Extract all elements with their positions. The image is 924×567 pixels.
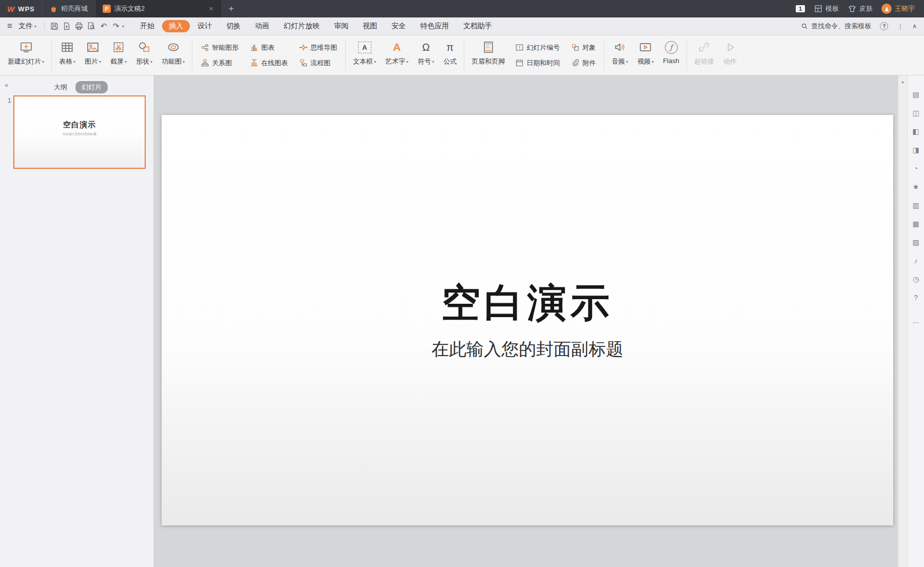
slide-title-placeholder[interactable]: 空白演示	[162, 277, 893, 330]
insert-table-button[interactable]: 表格▾	[54, 35, 80, 75]
panel-layout-icon[interactable]: ◫	[912, 109, 919, 117]
text-box-button[interactable]: A 文本框▾	[348, 35, 381, 75]
collapse-ribbon-icon[interactable]: ∧	[912, 23, 917, 30]
mindmap-column: 思维导图 流程图	[293, 35, 343, 75]
panel-image-icon[interactable]: ▧	[912, 239, 919, 246]
formula-button[interactable]: π 公式	[439, 35, 461, 75]
menu-tab-animation[interactable]: 动画	[248, 19, 276, 33]
panel-audio-icon[interactable]: ♪	[914, 257, 918, 265]
ribbon-separator	[604, 40, 604, 70]
export-button[interactable]	[61, 20, 73, 32]
flash-label: Flash	[663, 57, 679, 65]
screenshot-icon	[112, 40, 125, 55]
panel-help-icon[interactable]: ?	[914, 294, 918, 302]
divider	[44, 22, 45, 30]
menu-tab-review[interactable]: 审阅	[327, 19, 355, 33]
scroll-up-icon[interactable]: ▲	[901, 80, 905, 84]
audio-button[interactable]: 音频▾	[607, 35, 633, 75]
video-button[interactable]: 视频▾	[633, 35, 658, 75]
word-art-button[interactable]: A 艺术字▾	[381, 35, 413, 75]
action-button: 动作	[719, 35, 741, 75]
print-button[interactable]	[73, 20, 85, 32]
menu-tab-view[interactable]: 视图	[356, 19, 384, 33]
audio-icon	[613, 40, 626, 55]
audio-label: 音频	[612, 57, 625, 66]
template-button[interactable]: 模板	[814, 4, 839, 13]
close-tab-icon[interactable]: ×	[208, 5, 214, 13]
vertical-scrollbar[interactable]: ▲	[898, 75, 907, 567]
panel-more-icon[interactable]: ⋯	[912, 318, 919, 326]
attachment-button[interactable]: 附件	[569, 57, 597, 69]
menu-tab-transition[interactable]: 切换	[220, 19, 247, 33]
date-time-button[interactable]: 日期和时间	[514, 57, 561, 69]
smart-graphics-icon	[201, 43, 209, 52]
skin-button[interactable]: 皮肤	[848, 4, 873, 13]
relation-diagram-button[interactable]: 关系图	[199, 57, 240, 69]
shapes-button[interactable]: 形状▾	[131, 35, 157, 75]
hamburger-menu-icon[interactable]: ≡	[7, 21, 12, 31]
slide-number-label: 幻灯片编号	[526, 43, 560, 52]
slide-thumbnail-1[interactable]: 空白演示 在此输入您的封面副标题	[13, 95, 146, 169]
number-date-column: 幻灯片编号 日期和时间	[509, 35, 565, 75]
user-account[interactable]: 王晓宇	[881, 4, 915, 14]
help-icon[interactable]: ?	[880, 22, 888, 30]
menu-tab-special-apps[interactable]: 特色应用	[414, 19, 456, 33]
command-search[interactable]: 查找命令、搜索模板	[801, 22, 871, 31]
wps-logo-text: WPS	[18, 5, 35, 13]
flow-chart-button[interactable]: 流程图	[298, 57, 339, 69]
more-options-icon[interactable]: ⋮	[897, 23, 903, 30]
notification-badge[interactable]: 1	[796, 5, 805, 12]
collapse-panel-icon[interactable]: «	[5, 81, 8, 89]
relation-diagram-icon	[201, 58, 209, 67]
symbol-button[interactable]: Ω 符号▾	[413, 35, 439, 75]
panel-clipboard-icon[interactable]: ▥	[912, 202, 919, 209]
insert-picture-button[interactable]: 图片▾	[80, 35, 106, 75]
flash-button[interactable]: ƒ Flash	[658, 35, 684, 75]
menu-tab-slideshow[interactable]: 幻灯片放映	[277, 19, 326, 33]
online-chart-button[interactable]: 在线图表	[248, 57, 289, 69]
chart-button[interactable]: 图表	[248, 42, 289, 53]
mind-map-button[interactable]: 思维导图	[298, 42, 339, 53]
function-diagram-button[interactable]: 功能图▾	[157, 35, 189, 75]
panel-properties-icon[interactable]: ▤	[912, 91, 919, 99]
slide-1[interactable]: 空白演示 在此输入您的封面副标题	[162, 115, 893, 525]
new-tab-button[interactable]: +	[222, 0, 241, 17]
panel-design-icon[interactable]: ◧	[912, 128, 919, 135]
panel-animation-icon[interactable]: ◔	[914, 165, 918, 172]
menu-tab-start[interactable]: 开始	[133, 19, 161, 33]
menu-tab-insert[interactable]: 插入	[162, 20, 190, 32]
file-menu-button[interactable]: 文件 ▾	[18, 22, 36, 31]
print-preview-button[interactable]	[85, 20, 97, 32]
menu-tabs: 开始 插入 设计 切换 动画 幻灯片放映 审阅 视图 安全 特色应用 文档助手	[133, 19, 499, 33]
tab-presentation2[interactable]: P 演示文稿2 ×	[95, 0, 222, 17]
text-box-icon: A	[358, 42, 371, 53]
menu-tab-doc-assistant[interactable]: 文档助手	[457, 19, 499, 33]
save-button[interactable]	[48, 20, 61, 32]
slide-number-button[interactable]: 幻灯片编号	[514, 42, 561, 53]
menu-tab-security[interactable]: 安全	[385, 19, 412, 33]
new-slide-button[interactable]: 新建幻灯片▾	[3, 35, 49, 75]
panel-favorites-star-icon[interactable]: ★	[913, 183, 919, 191]
mind-map-icon	[299, 43, 308, 52]
relation-diagram-label: 关系图	[212, 58, 232, 68]
tab-docer-mall[interactable]: 稻壳商城	[43, 0, 95, 17]
slide-subtitle-placeholder[interactable]: 在此输入您的封面副标题	[162, 338, 893, 361]
redo-button[interactable]: ↷	[110, 20, 122, 32]
menu-tab-design[interactable]: 设计	[191, 19, 219, 33]
tab-outline[interactable]: 大纲	[54, 83, 67, 92]
header-footer-button[interactable]: 页眉和页脚	[467, 35, 509, 75]
screenshot-button[interactable]: 截屏▾	[106, 35, 131, 75]
smart-graphics-button[interactable]: 智能图形	[199, 42, 240, 53]
panel-chart-icon[interactable]: ▦	[912, 220, 919, 228]
panel-transition-icon[interactable]: ◨	[912, 146, 919, 154]
chevron-down-icon: ▾	[652, 60, 654, 64]
insert-object-button[interactable]: 对象	[569, 42, 597, 53]
chevron-down-icon[interactable]: ▾	[122, 24, 124, 29]
shapes-label: 形状	[136, 57, 149, 66]
ribbon-group-links: 超链接 动作	[690, 35, 741, 75]
tab-slides[interactable]: 幻灯片	[75, 81, 108, 93]
undo-button[interactable]: ↶	[97, 20, 110, 32]
panel-history-icon[interactable]: ◷	[913, 276, 919, 283]
pi-formula-icon: π	[446, 41, 454, 54]
wps-home-tab[interactable]: W WPS	[0, 0, 43, 17]
